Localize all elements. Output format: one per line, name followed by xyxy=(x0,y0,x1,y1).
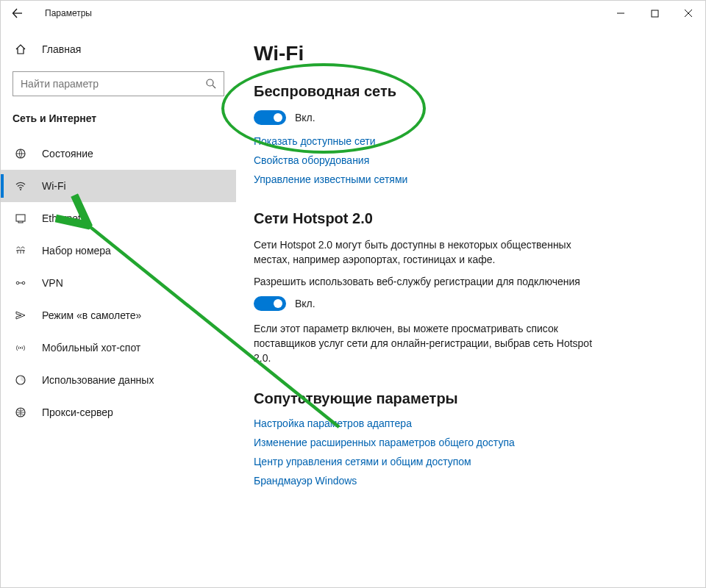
sidebar: Главная Сеть и Интернет Состояние Wi-Fi … xyxy=(1,26,236,587)
wireless-toggle[interactable] xyxy=(254,110,286,125)
sidebar-item-label: Мобильный хот-спот xyxy=(42,342,140,354)
sidebar-item-vpn[interactable]: VPN xyxy=(1,267,236,299)
wifi-icon xyxy=(14,180,27,192)
maximize-button[interactable] xyxy=(638,1,671,26)
hotspot-description-1: Сети Hotspot 2.0 могут быть доступны в н… xyxy=(254,237,607,267)
hotspot-toggle-state: Вкл. xyxy=(295,298,315,309)
vpn-icon xyxy=(14,277,27,289)
status-icon xyxy=(14,148,27,159)
svg-point-7 xyxy=(20,347,21,348)
titlebar-left: Параметры xyxy=(1,1,92,26)
sidebar-item-status[interactable]: Состояние xyxy=(1,137,236,170)
related-heading: Сопутствующие параметры xyxy=(254,390,686,407)
section-related: Сопутствующие параметры Настройка параме… xyxy=(254,390,686,487)
sidebar-home[interactable]: Главная xyxy=(1,35,236,64)
sidebar-item-label: Прокси-сервер xyxy=(42,406,113,418)
content: Wi-Fi Беспроводная сеть Вкл. Показать до… xyxy=(236,26,705,587)
svg-point-1 xyxy=(207,79,213,86)
back-button[interactable] xyxy=(1,1,35,26)
toggle-knob-icon xyxy=(274,113,282,122)
svg-rect-0 xyxy=(652,10,658,17)
sidebar-item-label: VPN xyxy=(42,277,63,289)
sidebar-item-label: Ethernet xyxy=(42,212,81,224)
search-input[interactable] xyxy=(13,71,224,96)
data-usage-icon xyxy=(14,374,27,386)
link-hardware-properties[interactable]: Свойства оборудования xyxy=(254,154,686,166)
svg-point-5 xyxy=(16,282,19,284)
close-button[interactable] xyxy=(671,1,705,26)
sidebar-item-label: Набор номера xyxy=(42,245,111,257)
wireless-heading: Беспроводная сеть xyxy=(254,83,686,100)
close-icon xyxy=(684,9,693,18)
sidebar-item-label: Режим «в самолете» xyxy=(42,309,141,321)
maximize-icon xyxy=(651,10,659,18)
search-icon xyxy=(205,78,217,90)
sidebar-item-proxy[interactable]: Прокси-сервер xyxy=(1,396,236,429)
link-available-networks[interactable]: Показать доступные сети xyxy=(254,135,686,147)
link-network-center[interactable]: Центр управления сетями и общим доступом xyxy=(254,456,686,467)
svg-point-3 xyxy=(20,189,21,190)
dialup-icon xyxy=(14,245,27,257)
link-firewall[interactable]: Брандмауэр Windows xyxy=(254,475,686,487)
sidebar-item-dialup[interactable]: Набор номера xyxy=(1,234,236,267)
hotspot-toggle[interactable] xyxy=(254,296,286,311)
body: Главная Сеть и Интернет Состояние Wi-Fi … xyxy=(1,26,705,587)
sidebar-item-airplane[interactable]: Режим «в самолете» xyxy=(1,299,236,331)
titlebar: Параметры xyxy=(1,1,705,26)
svg-point-6 xyxy=(22,282,25,284)
wireless-toggle-state: Вкл. xyxy=(295,112,315,123)
window-controls xyxy=(604,1,705,26)
sidebar-home-label: Главная xyxy=(42,43,81,55)
hotspot-heading: Сети Hotspot 2.0 xyxy=(254,210,686,227)
hotspot-icon xyxy=(14,342,27,354)
sidebar-item-ethernet[interactable]: Ethernet xyxy=(1,202,236,234)
sidebar-group-title: Сеть и Интернет xyxy=(1,112,236,124)
proxy-icon xyxy=(14,406,27,418)
ethernet-icon xyxy=(14,212,27,224)
airplane-icon xyxy=(14,309,27,321)
link-sharing-settings[interactable]: Изменение расширенных параметров общего … xyxy=(254,437,686,448)
section-wireless: Беспроводная сеть Вкл. Показать доступны… xyxy=(254,83,686,185)
minimize-icon xyxy=(616,9,625,18)
hotspot-toggle-row: Вкл. xyxy=(254,296,686,311)
search-wrap xyxy=(13,71,224,96)
hotspot-description-2: Если этот параметр включен, вы можете пр… xyxy=(254,321,607,365)
settings-window: Параметры Главная xyxy=(0,0,706,588)
link-adapter-settings[interactable]: Настройка параметров адаптера xyxy=(254,417,686,429)
sidebar-item-label: Wi-Fi xyxy=(42,180,66,192)
toggle-knob-icon xyxy=(274,299,282,308)
wireless-toggle-row: Вкл. xyxy=(254,110,686,125)
back-arrow-icon xyxy=(12,7,24,19)
sidebar-item-wifi[interactable]: Wi-Fi xyxy=(1,170,236,202)
section-hotspot: Сети Hotspot 2.0 Сети Hotspot 2.0 могут … xyxy=(254,210,686,365)
hotspot-permission-label: Разрешить использовать веб-службу регист… xyxy=(254,274,607,289)
sidebar-item-hotspot[interactable]: Мобильный хот-спот xyxy=(1,331,236,364)
link-known-networks[interactable]: Управление известными сетями xyxy=(254,173,686,185)
home-icon xyxy=(14,43,27,55)
window-title: Параметры xyxy=(45,8,92,18)
svg-rect-4 xyxy=(16,215,25,221)
sidebar-item-label: Состояние xyxy=(42,148,93,159)
sidebar-item-label: Использование данных xyxy=(42,374,154,386)
minimize-button[interactable] xyxy=(604,1,638,26)
page-title: Wi-Fi xyxy=(254,42,686,65)
sidebar-item-data-usage[interactable]: Использование данных xyxy=(1,364,236,396)
